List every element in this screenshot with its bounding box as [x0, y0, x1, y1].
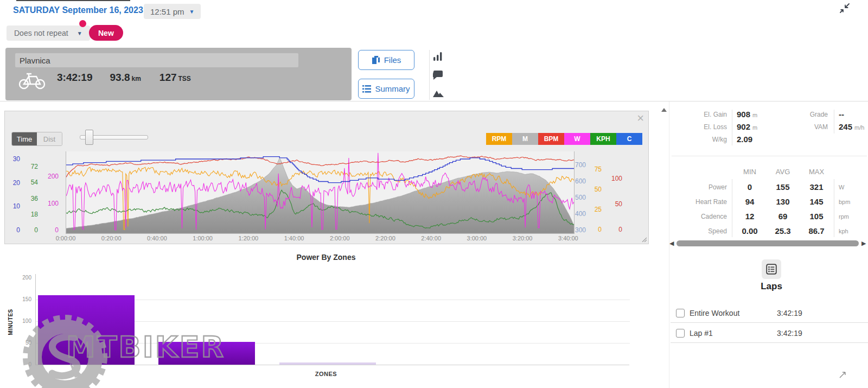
lap-row-1[interactable]: Lap #13:42:19 — [671, 325, 868, 342]
summary-button[interactable]: Summary — [358, 79, 414, 99]
stats-unit: bpm — [839, 199, 860, 205]
speed-axis-tick: 36 — [31, 195, 38, 202]
zones-y-axis-line — [35, 274, 36, 365]
metrics-divider-left — [732, 110, 732, 145]
x-axis-tick: 0:00:00 — [56, 235, 76, 241]
zones-baseline — [35, 365, 629, 365]
chart-panel: × Time Dist RPMMBPMWKPHC 302010072543618… — [4, 111, 649, 244]
lap-time: 3:42:19 — [777, 329, 802, 338]
workout-title-input[interactable] — [15, 53, 298, 67]
legend-button-m[interactable]: M — [512, 133, 538, 145]
repeat-dropdown[interactable]: Does not repeat ▼ — [7, 26, 90, 41]
zones-y-tick: 0 — [4, 361, 31, 367]
content-divider — [0, 101, 868, 101]
zone-bar-1[interactable] — [38, 295, 135, 365]
workout-duration: 3:42:19 — [57, 72, 93, 84]
chevron-down-icon: ▼ — [77, 30, 82, 36]
hr-axis-tick: 100 — [611, 175, 622, 182]
toggle-time[interactable]: Time — [12, 132, 37, 145]
metric-label-2: W/kg — [673, 136, 727, 143]
page-title-date[interactable]: SATURDAY September 16, 2023 — [13, 5, 143, 15]
stats-row-label: Speed — [673, 227, 727, 235]
legend-button-bpm[interactable]: BPM — [538, 133, 564, 145]
cadence-axis-tick: 25 — [595, 206, 602, 213]
cadence-axis-tick: 50 — [595, 186, 602, 193]
zone-bar-2[interactable] — [158, 342, 255, 365]
horizontal-scrollbar[interactable] — [676, 240, 859, 246]
zone-bar-3[interactable] — [279, 362, 376, 365]
lap-checkbox[interactable] — [676, 329, 685, 338]
lap-row-0[interactable]: Entire Workout3:42:19 — [671, 304, 868, 322]
laps-icon-button[interactable] — [762, 259, 781, 279]
power-axis-tick: 100 — [48, 200, 59, 207]
files-button-label: Files — [384, 55, 401, 65]
x-axis-tick: 2:40:00 — [421, 235, 441, 241]
speed-axis-tick: 72 — [31, 163, 38, 170]
lap-divider — [671, 322, 868, 323]
speed-axis-tick: 54 — [31, 179, 38, 186]
comment-icon[interactable] — [433, 71, 443, 80]
chevron-down-icon: ▼ — [189, 9, 195, 15]
lap-name: Lap #1 — [690, 329, 713, 338]
files-button[interactable]: Files — [358, 50, 414, 70]
close-icon[interactable]: × — [637, 112, 644, 124]
time-dropdown-value: 12:51 pm — [150, 7, 184, 16]
page-resize-icon[interactable] — [839, 371, 846, 379]
stats-unit: W — [839, 184, 860, 190]
laps-list-icon — [766, 264, 777, 275]
time-dist-toggle: Time Dist — [11, 132, 62, 146]
files-icon — [372, 55, 380, 65]
scroll-left-arrow[interactable]: ◀ — [669, 240, 674, 246]
chart-icon[interactable] — [433, 52, 443, 61]
workout-distance-unit: km — [131, 75, 141, 82]
zones-x-axis-label: ZONES — [218, 371, 435, 377]
new-button[interactable]: New — [89, 25, 123, 41]
time-dropdown[interactable]: 12:51 pm ▼ — [144, 4, 201, 19]
zoom-slider-handle[interactable] — [85, 130, 93, 145]
scroll-right-arrow[interactable]: ▶ — [861, 240, 866, 246]
collapse-icon[interactable] — [838, 2, 851, 15]
stats-value: 25.3 — [775, 226, 790, 236]
x-axis-tick: 1:20:00 — [238, 235, 258, 241]
elevation-mountains-icon[interactable] — [433, 90, 444, 97]
legend-button-c[interactable]: C — [616, 133, 642, 145]
notification-dot — [79, 20, 86, 27]
hr-axis-tick: 0 — [618, 226, 622, 233]
toggle-dist[interactable]: Dist — [37, 132, 62, 145]
workout-distance: 93.8 — [110, 72, 130, 84]
elev-axis-tick: 700 — [575, 161, 586, 169]
lap-divider — [671, 342, 868, 343]
stats-value: 94 — [745, 197, 755, 206]
speed-axis-tick: 18 — [31, 211, 38, 218]
workout-tss-unit: TSS — [178, 75, 191, 82]
x-axis-tick: 0:40:00 — [147, 235, 167, 241]
metric-label-r1: VAM — [774, 123, 828, 131]
stats-value: 86.7 — [808, 226, 824, 236]
temp-axis-tick: 20 — [13, 179, 20, 187]
stats-value: 0.00 — [742, 226, 757, 236]
metric-value-2: 2.09 — [737, 135, 752, 144]
zones-y-tick: 100 — [4, 318, 31, 324]
temp-axis-tick: 10 — [13, 202, 20, 210]
lap-time: 3:42:19 — [777, 309, 802, 317]
legend-button-kph[interactable]: KPH — [590, 133, 616, 145]
x-axis-tick: 2:20:00 — [375, 235, 395, 241]
scroll-up-arrow[interactable] — [661, 108, 667, 112]
zones-y-tick: 200 — [4, 275, 31, 281]
workout-card[interactable]: 3:42:19 93.8 km 127 TSS — [5, 48, 352, 100]
panel-resize-handle[interactable] — [641, 237, 647, 242]
plot-area[interactable] — [66, 151, 575, 234]
legend-button-rpm[interactable]: RPM — [486, 133, 512, 145]
summary-button-label: Summary — [375, 84, 410, 93]
stats-value: 145 — [809, 197, 823, 206]
legend-button-w[interactable]: W — [564, 133, 590, 145]
stats-row-label: Heart Rate — [673, 198, 727, 206]
lap-checkbox[interactable] — [676, 309, 685, 317]
zones-y-tick: 50 — [4, 340, 31, 346]
summary-list-icon — [362, 85, 371, 93]
power-axis-tick: 0 — [55, 226, 59, 234]
stats-divider-left — [732, 179, 732, 237]
metrics-bottom-divider — [672, 156, 867, 156]
metric-value-r1: 245m/h — [839, 122, 864, 131]
metrics-divider-right — [834, 110, 834, 133]
